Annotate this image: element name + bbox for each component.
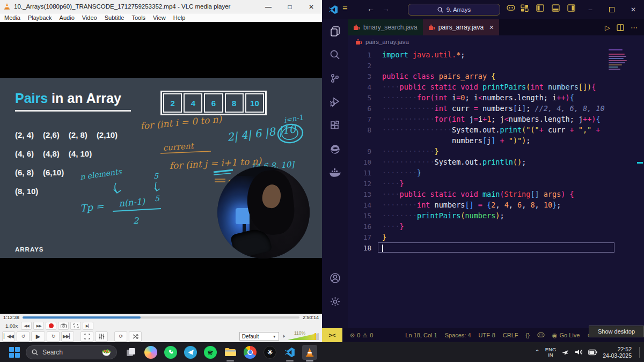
taskbar-whatsapp[interactable] bbox=[163, 345, 178, 360]
line-number: 4 bbox=[348, 82, 371, 93]
volume-slider[interactable]: 110% bbox=[288, 331, 319, 341]
vlc-menu-tools[interactable]: Tools bbox=[131, 14, 145, 21]
taskbar-chatgpt[interactable]: ✳ bbox=[262, 345, 277, 360]
snapshot-button[interactable] bbox=[58, 322, 69, 330]
vscode-close-button[interactable]: ✕ bbox=[623, 0, 644, 19]
vlc-menu-video[interactable]: Video bbox=[82, 14, 97, 21]
battery-icon[interactable] bbox=[588, 349, 597, 356]
copilot-status-icon[interactable] bbox=[537, 332, 545, 338]
vscode-minimize-button[interactable]: – bbox=[580, 0, 601, 19]
breadcrumb[interactable]: pairs_array.java bbox=[348, 35, 644, 48]
running-indicator bbox=[286, 360, 294, 361]
activity-settings[interactable] bbox=[322, 290, 348, 313]
extended-settings-button[interactable] bbox=[95, 331, 108, 342]
eol-status[interactable]: CRLF bbox=[503, 332, 518, 338]
language-indicator[interactable]: ENGIN bbox=[545, 347, 557, 358]
profile-dropdown[interactable]: Default ▼ bbox=[239, 332, 279, 341]
taskbar-copilot[interactable] bbox=[143, 345, 158, 360]
customize-layout-icon[interactable] bbox=[521, 4, 529, 12]
taskbar-vlc[interactable] bbox=[302, 345, 317, 360]
minimap[interactable] bbox=[609, 49, 628, 74]
go-live-button[interactable]: ◉Go Live bbox=[552, 332, 580, 339]
shuffle-button[interactable] bbox=[129, 331, 142, 342]
volume-icon[interactable] bbox=[575, 349, 583, 356]
vlc-menu-playback[interactable]: Playback bbox=[28, 14, 52, 21]
volume-icon[interactable]: 🕨 bbox=[282, 333, 285, 339]
activity-source-control[interactable] bbox=[322, 67, 348, 90]
start-button[interactable] bbox=[9, 346, 20, 358]
taskbar-search[interactable]: Search 🥗 bbox=[26, 345, 117, 359]
taskbar-telegram[interactable] bbox=[183, 345, 198, 360]
vlc-minimize-button[interactable]: — bbox=[258, 0, 279, 13]
activity-explorer[interactable] bbox=[322, 19, 348, 43]
code-editor[interactable]: 1import java.util.*;23public class pairs… bbox=[348, 48, 644, 328]
copilot-icon bbox=[537, 332, 545, 338]
split-editor-icon[interactable] bbox=[617, 24, 624, 31]
airplane-mode-icon[interactable] bbox=[561, 349, 569, 356]
slide-title: Pairs in an Array bbox=[15, 91, 131, 112]
tab-pairs-array[interactable]: pairs_array.java ✕ bbox=[423, 19, 500, 35]
taskbar-vscode[interactable] bbox=[282, 345, 297, 360]
tab-close-icon[interactable]: ✕ bbox=[489, 24, 494, 31]
seek-bar[interactable] bbox=[23, 316, 299, 319]
previous-button[interactable]: ▏◀◀ bbox=[2, 331, 15, 342]
code-token: + bbox=[482, 115, 487, 123]
activity-accounts[interactable] bbox=[322, 266, 348, 290]
indent-dots: ···· bbox=[382, 83, 400, 91]
code-text: ············int curr = numbers[i]; //2, … bbox=[382, 104, 605, 113]
taskbar-spotify[interactable] bbox=[203, 345, 218, 360]
toggle-panel-icon[interactable] bbox=[552, 4, 560, 12]
tab-binary-search[interactable]: binary_search.java bbox=[348, 19, 423, 35]
toggle-secondary-sidebar-icon[interactable] bbox=[567, 4, 575, 12]
toggle-sidebar-icon[interactable] bbox=[536, 4, 544, 12]
vlc-titlebar[interactable]: 10._Arrays(1080p60)_TRANSCODE_1712759253… bbox=[0, 0, 322, 13]
vlc-menu-media[interactable]: Media bbox=[4, 14, 20, 21]
playback-speed[interactable]: 1.00x bbox=[5, 323, 18, 329]
taskbar-file-explorer[interactable] bbox=[223, 345, 238, 360]
menu-icon[interactable]: ≡ bbox=[342, 4, 347, 13]
activity-docker[interactable] bbox=[322, 161, 348, 184]
loop-button[interactable]: ⟳ bbox=[114, 331, 127, 342]
taskbar-chrome[interactable] bbox=[243, 345, 258, 360]
search-icon bbox=[32, 349, 38, 356]
activity-extensions[interactable] bbox=[322, 114, 348, 137]
back-arrow-icon[interactable]: ← bbox=[367, 4, 375, 13]
taskbar-task-view[interactable] bbox=[123, 345, 138, 360]
play-button[interactable]: ▶ bbox=[31, 331, 45, 342]
vscode-maximize-button[interactable] bbox=[601, 0, 623, 19]
show-desktop-strip[interactable] bbox=[639, 347, 640, 358]
vlc-menu-help[interactable]: Help bbox=[173, 14, 186, 21]
vlc-menu-subtitle[interactable]: Subtitle bbox=[105, 14, 125, 21]
run-button[interactable]: ▷ bbox=[605, 24, 610, 32]
vscode-titlebar[interactable]: ≡ ← → 9. Arrays ⌄ – ✕ bbox=[322, 0, 644, 19]
clock[interactable]: 22:5224-03-2025 bbox=[603, 346, 632, 359]
skip-forward-button[interactable]: ↻ bbox=[47, 331, 60, 342]
frame-by-frame-button[interactable]: ▶▏ bbox=[83, 322, 93, 330]
vlc-close-button[interactable]: ✕ bbox=[301, 0, 322, 13]
vlc-menu-view[interactable]: View bbox=[153, 14, 166, 21]
command-search-box[interactable]: 9. Arrays bbox=[408, 4, 500, 16]
vlc-menu-audio[interactable]: Audio bbox=[60, 14, 75, 21]
language-braces-icon[interactable]: {} bbox=[526, 332, 530, 338]
record-button[interactable] bbox=[46, 322, 56, 330]
indentation-status[interactable]: Spaces: 4 bbox=[445, 332, 471, 338]
problems-status[interactable]: ⊗0 ⚠0 bbox=[350, 332, 373, 339]
ab-loop-button[interactable] bbox=[70, 322, 81, 330]
cursor-position[interactable]: Ln 18, Col 1 bbox=[405, 332, 437, 338]
tray-chevron-icon[interactable]: ⌃ bbox=[535, 349, 539, 356]
vlc-maximize-button[interactable]: □ bbox=[279, 0, 301, 13]
forward-arrow-icon[interactable]: → bbox=[382, 4, 390, 13]
activity-edge-tools[interactable] bbox=[322, 137, 348, 161]
slower-button[interactable]: ◀◀ bbox=[21, 322, 32, 330]
more-actions-icon[interactable]: ⋯ bbox=[631, 24, 638, 32]
skip-back-button[interactable]: ↺ bbox=[17, 331, 30, 342]
faster-button[interactable]: ▶▶ bbox=[33, 322, 44, 330]
remote-indicator[interactable]: >< bbox=[322, 328, 342, 342]
activity-search[interactable] bbox=[322, 43, 348, 67]
code-token: int bbox=[435, 104, 452, 113]
fullscreen-button[interactable] bbox=[80, 331, 93, 342]
encoding-status[interactable]: UTF-8 bbox=[479, 332, 495, 338]
activity-run-debug[interactable] bbox=[322, 90, 348, 114]
next-button[interactable]: ▶▶▏ bbox=[61, 331, 74, 342]
vlc-video-area[interactable]: Pairs in an Array 246810 (2, 4)(2,6)(2, … bbox=[0, 22, 322, 314]
